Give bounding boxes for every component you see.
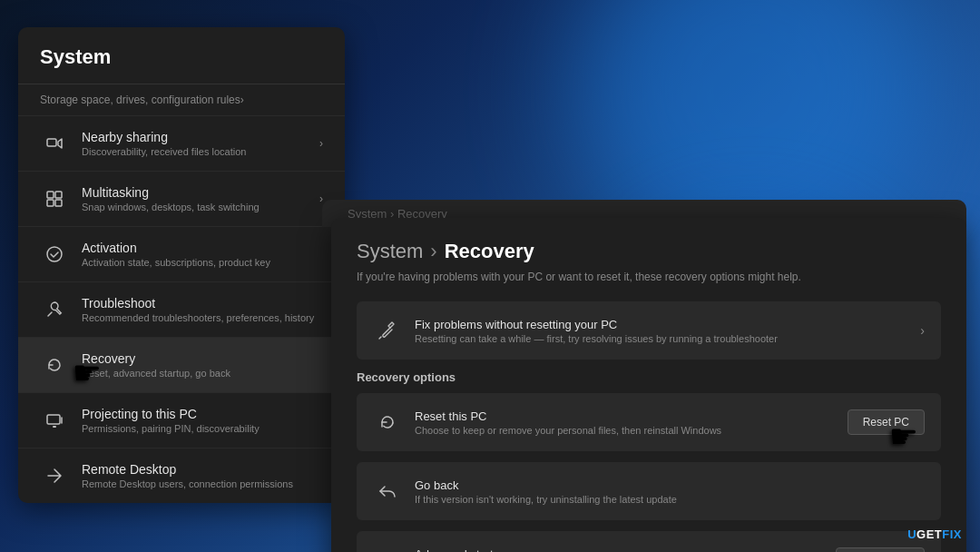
watermark: UGETFIX — [907, 527, 962, 541]
recovery-label: Recovery — [82, 351, 323, 366]
nearby-sharing-icon — [40, 129, 69, 158]
recovery-panel: System › Recovery If you're having probl… — [331, 218, 966, 552]
activation-icon — [40, 240, 69, 269]
fix-problems-label: Fix problems without resetting your PC — [415, 318, 920, 331]
multitasking-arrow: › — [319, 192, 323, 205]
fix-problems-desc: Resetting can take a while — first, try … — [415, 333, 920, 344]
fix-problems-arrow: › — [920, 323, 925, 338]
troubleshoot-text: Troubleshoot Recommended troubleshooters… — [82, 296, 323, 323]
panel-header: System — [18, 27, 345, 84]
sidebar-item-nearby-sharing[interactable]: Nearby sharing Discoverability, received… — [18, 116, 345, 172]
nearby-sharing-label: Nearby sharing — [82, 130, 319, 144]
recovery-sublabel: Reset, advanced startup, go back — [82, 368, 323, 379]
sidebar-item-multitasking[interactable]: Multitasking Snap windows, desktops, tas… — [18, 172, 345, 227]
watermark-get: GET — [916, 527, 942, 541]
svg-point-5 — [47, 247, 62, 261]
projecting-label: Projecting to this PC — [82, 407, 323, 421]
advanced-startup-text: Advanced startup Restart your device to … — [415, 547, 836, 553]
reset-pc-label: Reset this PC — [415, 409, 848, 423]
breadcrumb-separator: › — [430, 240, 436, 263]
fix-problems-text: Fix problems without resetting your PC R… — [415, 318, 920, 344]
fix-problems-card[interactable]: Fix problems without resetting your PC R… — [357, 301, 941, 360]
remote-desktop-label: Remote Desktop — [82, 462, 323, 477]
recovery-subtitle: If you're having problems with your PC o… — [357, 271, 941, 283]
breadcrumb-parent[interactable]: System — [357, 240, 423, 263]
recovery-panel-inner: System › Recovery If you're having probl… — [331, 218, 966, 552]
go-back-text: Go back If this version isn't working, t… — [415, 478, 925, 505]
multitasking-sublabel: Snap windows, desktops, task switching — [82, 202, 319, 212]
sidebar-item-activation[interactable]: Activation Activation state, subscriptio… — [18, 227, 345, 282]
recovery-icon — [40, 350, 69, 380]
storage-arrow: › — [240, 94, 244, 106]
advanced-startup-card[interactable]: Advanced startup Restart your device to … — [357, 531, 941, 552]
nearby-sharing-text: Nearby sharing Discoverability, received… — [82, 130, 319, 157]
sidebar-item-troubleshoot[interactable]: Troubleshoot Recommended troubleshooters… — [18, 282, 345, 338]
reset-pc-desc: Choose to keep or remove your personal f… — [415, 425, 848, 436]
watermark-u: U — [907, 527, 916, 541]
sidebar-item-recovery[interactable]: Recovery Reset, advanced startup, go bac… — [18, 338, 345, 393]
troubleshoot-sublabel: Recommended troubleshooters, preferences… — [82, 312, 323, 323]
projecting-icon — [40, 406, 69, 435]
multitasking-label: Multitasking — [82, 185, 319, 200]
projecting-text: Projecting to this PC Permissions, pairi… — [82, 407, 323, 434]
reset-pc-card[interactable]: Reset this PC Choose to keep or remove y… — [357, 393, 941, 451]
activation-text: Activation Activation state, subscriptio… — [82, 241, 323, 268]
nearby-sharing-sublabel: Discoverability, received files location — [82, 146, 319, 157]
troubleshoot-icon — [40, 295, 69, 324]
fix-problems-icon — [373, 316, 402, 345]
sidebar-item-remote-desktop[interactable]: Remote Desktop Remote Desktop users, con… — [18, 448, 345, 503]
go-back-label: Go back — [415, 478, 925, 492]
breadcrumb-current: Recovery — [445, 240, 534, 263]
go-back-card[interactable]: Go back If this version isn't working, t… — [357, 462, 941, 520]
recovery-text: Recovery Reset, advanced startup, go bac… — [82, 351, 323, 379]
activation-label: Activation — [82, 241, 323, 255]
troubleshoot-label: Troubleshoot — [82, 296, 323, 310]
breadcrumb: System › Recovery — [357, 240, 941, 263]
reset-pc-button[interactable]: Reset PC — [848, 409, 925, 435]
panel-title: System — [40, 45, 323, 69]
projecting-sublabel: Permissions, pairing PIN, discoverabilit… — [82, 423, 323, 434]
remote-desktop-icon — [40, 461, 69, 490]
svg-rect-2 — [55, 192, 62, 198]
go-back-icon — [373, 477, 402, 506]
advanced-startup-icon — [373, 546, 402, 552]
svg-rect-1 — [47, 192, 54, 198]
svg-rect-4 — [55, 200, 62, 206]
advanced-startup-label: Advanced startup — [415, 547, 836, 553]
watermark-fix: FIX — [942, 527, 962, 541]
reset-pc-icon — [373, 408, 402, 437]
sidebar-item-storage[interactable]: Storage space, drives, configuration rul… — [18, 84, 345, 116]
svg-rect-0 — [47, 139, 56, 146]
activation-sublabel: Activation state, subscriptions, product… — [82, 257, 323, 268]
nearby-sharing-arrow: › — [319, 137, 323, 150]
sidebar-item-projecting[interactable]: Projecting to this PC Permissions, pairi… — [18, 393, 345, 448]
remote-desktop-sublabel: Remote Desktop users, connection permiss… — [82, 478, 323, 489]
storage-label: Storage space, drives, configuration rul… — [40, 94, 240, 106]
svg-rect-3 — [47, 200, 54, 206]
recovery-options-label: Recovery options — [357, 370, 941, 384]
remote-desktop-text: Remote Desktop Remote Desktop users, con… — [82, 462, 323, 489]
svg-rect-6 — [47, 415, 60, 424]
left-settings-panel: System Storage space, drives, configurat… — [18, 27, 345, 503]
reset-pc-text: Reset this PC Choose to keep or remove y… — [415, 409, 848, 436]
go-back-desc: If this version isn't working, try unins… — [415, 494, 925, 505]
restart-now-button[interactable]: Restart now — [836, 547, 925, 552]
multitasking-icon — [40, 184, 69, 213]
multitasking-text: Multitasking Snap windows, desktops, tas… — [82, 185, 319, 212]
